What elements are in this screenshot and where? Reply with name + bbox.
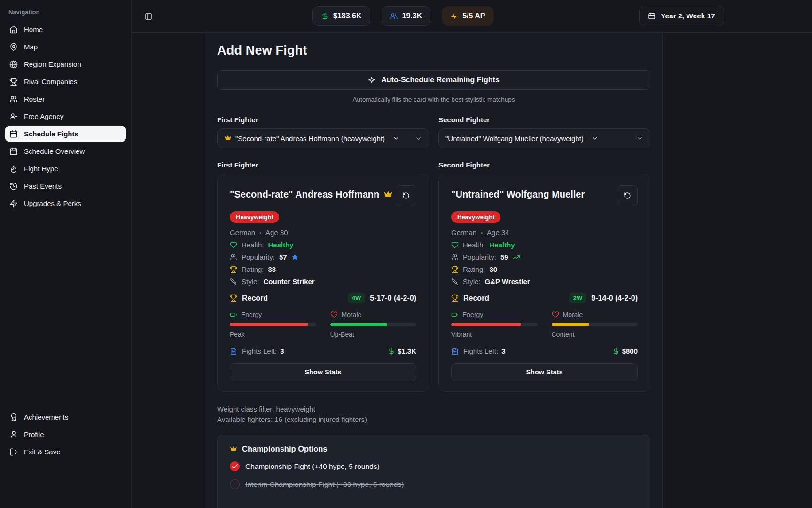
record-row: Record 4W 5-17-0 (4-2-0) [230,293,416,303]
calendar-icon [9,147,18,156]
morale-status: Content [552,331,638,338]
weight-filter-note: Weight class filter: heavyweight [217,404,650,414]
championship-fight-option[interactable]: Championship Fight (+40 hype, 5 rounds) [230,461,638,471]
page-title: Add New Fight [217,43,650,58]
energy-block: Energy Vibrant [451,311,538,338]
sidebar-item-home[interactable]: Home [5,21,126,38]
file-text-icon [451,348,459,355]
purse: $1.3K [388,347,416,355]
reroll-fighter-button[interactable] [396,185,416,206]
heart-icon [451,241,459,249]
sidebar-item-label: Home [24,25,43,33]
user-icon [9,430,18,439]
action-points-pill[interactable]: 5/5 AP [442,6,493,26]
game-date-button[interactable]: Year 2, Week 17 [639,6,724,26]
battery-icon [230,311,237,318]
rating-value: 30 [490,265,498,273]
sidebar-item-label: Map [24,43,38,51]
sidebar-item-profile[interactable]: Profile [5,426,126,443]
sidebar-toggle-button[interactable] [143,11,154,22]
popularity-row: Popularity: 59 [451,253,638,261]
sidebar-item-schedule-fights[interactable]: Schedule Fights [5,126,126,142]
money-pill[interactable]: $183.6K [312,6,370,26]
morale-bar [552,323,638,326]
first-fighter-selected: "Second-rate" Andreas Hoffmann (heavywei… [235,135,385,143]
champion-crown-icon [383,190,393,199]
dollar-icon [321,12,329,20]
star-icon [291,254,298,261]
second-fighter-selected: "Untrained" Wolfgang Mueller (heavyweigh… [445,135,584,143]
add-fight-panel: Add New Fight Auto-Schedule Remaining Fi… [205,33,662,508]
auto-schedule-button[interactable]: Auto-Schedule Remaining Fights [217,70,650,90]
left-gutter [132,33,205,508]
fans-icon [390,12,398,20]
fighter-card-first: "Second-rate" Andreas Hoffmann Heavyweig… [217,174,429,392]
crown-icon [230,445,237,453]
popularity-row: Popularity: 57 [230,253,416,261]
history-icon [9,182,18,190]
show-stats-button[interactable]: Show Stats [451,363,638,381]
auto-schedule-label: Auto-Schedule Remaining Fights [381,76,500,84]
sidebar-item-region-expansion[interactable]: Region Expansion [5,56,126,72]
energy-status: Vibrant [451,331,538,338]
sidebar-item-label: Region Expansion [24,60,81,68]
energy-bar [230,323,316,326]
fighter-meta: German•Age 34 [451,229,638,237]
sidebar-item-roster[interactable]: Roster [5,91,126,107]
sidebar-item-label: Roster [24,95,45,103]
interim-championship-option[interactable]: Interim Championship Fight (+30 hype, 5 … [230,479,638,489]
sidebar-item-schedule-overview[interactable]: Schedule Overview [5,143,126,159]
sidebar-item-fight-hype[interactable]: Fight Hype [5,160,126,177]
energy-bar [451,323,538,326]
battery-icon [451,311,459,318]
sparkles-icon [368,76,375,84]
sidebar-item-past-events[interactable]: Past Events [5,178,126,194]
sidebar-item-label: Upgrades & Perks [24,199,81,207]
fans-pill[interactable]: 19.3K [382,6,431,26]
sidebar-item-map[interactable]: Map [5,39,126,55]
users-icon [451,254,459,261]
main-area: $183.6K 19.3K 5/5 AP Year 2, Week 17 Add… [132,0,812,508]
trophy-icon [9,78,18,86]
sidebar-item-free-agency[interactable]: Free Agency [5,108,126,125]
win-streak-badge: 2W [569,293,587,303]
win-streak-badge: 4W [348,293,366,303]
game-date: Year 2, Week 17 [661,12,715,20]
chevron-down-icon [591,135,599,142]
sidebar-item-exit-save[interactable]: Exit & Save [5,444,126,460]
fans-value: 19.3K [402,12,422,20]
first-fighter-card-label: First Fighter [217,161,429,169]
popularity-value: 59 [500,253,508,261]
sidebar-item-achievements[interactable]: Achievements [5,409,126,425]
rating-value: 33 [268,265,276,273]
show-stats-button[interactable]: Show Stats [230,363,416,381]
sidebar: Navigation HomeMapRegion ExpansionRival … [0,0,132,508]
energy-status: Peak [230,331,316,338]
sidebar-item-label: Schedule Fights [24,130,78,138]
available-fighters-note: Available fighters: 16 (excluding injure… [217,414,650,425]
trending-up-icon [513,254,520,261]
sidebar-nav: HomeMapRegion ExpansionRival CompaniesRo… [5,21,126,212]
empty-circle-icon [230,479,240,489]
energy-block: Energy Peak [230,311,316,338]
dollar-icon [612,348,620,355]
sidebar-item-upgrades-perks[interactable]: Upgrades & Perks [5,195,126,212]
rotate-ccw-icon [624,192,631,199]
calendar-icon [9,130,18,138]
health-row: Health: Healthy [230,241,416,249]
record-value: 9-14-0 (4-2-0) [591,294,638,302]
lightning-icon [450,12,458,20]
sidebar-item-rival-companies[interactable]: Rival Companies [5,73,126,90]
second-fighter-select[interactable]: "Untrained" Wolfgang Mueller (heavyweigh… [438,128,650,148]
morale-block: Morale Content [552,311,638,338]
globe-icon [9,60,18,69]
crown-icon [224,135,232,142]
record-row: Record 2W 9-14-0 (4-2-0) [451,293,638,303]
award-icon [9,413,18,421]
championship-options-title: Championship Options [230,444,638,453]
sword-icon [451,278,459,286]
reroll-fighter-button[interactable] [617,185,638,206]
sidebar-item-label: Rival Companies [24,78,77,86]
first-fighter-select[interactable]: "Second-rate" Andreas Hoffmann (heavywei… [217,128,429,148]
chevron-down-icon [415,135,422,142]
